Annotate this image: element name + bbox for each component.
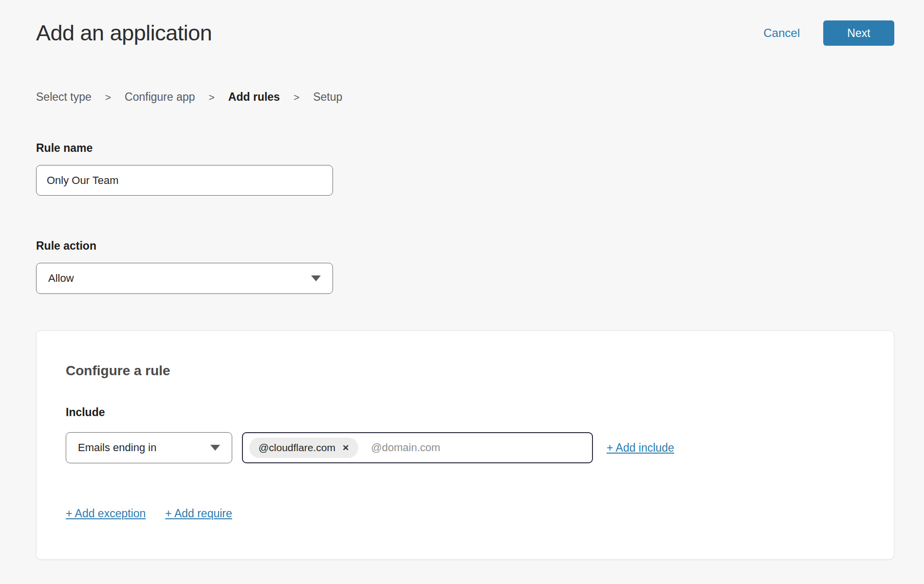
include-rule-row: Emails ending in @cloudflare.com ✕ + Add… bbox=[66, 432, 865, 463]
add-require-link[interactable]: + Add require bbox=[165, 507, 232, 520]
include-selector-select[interactable]: Emails ending in bbox=[66, 432, 232, 463]
breadcrumb-step-select-type[interactable]: Select type bbox=[36, 91, 92, 104]
card-title: Configure a rule bbox=[66, 363, 865, 379]
rule-action-selected-value: Allow bbox=[48, 272, 74, 285]
tag-chip-label: @cloudflare.com bbox=[259, 442, 335, 454]
domain-input[interactable] bbox=[371, 441, 586, 454]
breadcrumb-step-add-rules[interactable]: Add rules bbox=[228, 91, 280, 104]
breadcrumb-separator-icon: > bbox=[209, 91, 215, 103]
rule-name-field: Rule name bbox=[36, 142, 894, 196]
breadcrumb-separator-icon: > bbox=[105, 91, 111, 103]
next-button[interactable]: Next bbox=[823, 20, 894, 46]
breadcrumb-step-setup[interactable]: Setup bbox=[313, 91, 342, 104]
rule-name-label: Rule name bbox=[36, 142, 894, 155]
tag-chip: @cloudflare.com ✕ bbox=[249, 438, 358, 458]
chevron-down-icon bbox=[210, 445, 220, 451]
add-application-page: Add an application Cancel Next Select ty… bbox=[0, 0, 924, 560]
include-label: Include bbox=[66, 406, 865, 419]
rule-action-field: Rule action Allow bbox=[36, 239, 894, 294]
breadcrumb: Select type > Configure app > Add rules … bbox=[36, 91, 894, 104]
email-domains-tag-input[interactable]: @cloudflare.com ✕ bbox=[242, 432, 593, 463]
rule-action-select[interactable]: Allow bbox=[36, 263, 333, 294]
include-selector-value: Emails ending in bbox=[78, 441, 156, 454]
page-title: Add an application bbox=[36, 20, 212, 46]
chevron-down-icon bbox=[311, 275, 321, 281]
breadcrumb-step-configure-app[interactable]: Configure app bbox=[125, 91, 195, 104]
page-header: Add an application Cancel Next bbox=[36, 0, 894, 46]
rule-name-input[interactable] bbox=[36, 165, 333, 196]
tag-remove-icon[interactable]: ✕ bbox=[342, 444, 349, 452]
add-exception-link[interactable]: + Add exception bbox=[66, 507, 146, 520]
rule-action-label: Rule action bbox=[36, 239, 894, 253]
configure-rule-card: Configure a rule Include Emails ending i… bbox=[36, 330, 894, 560]
breadcrumb-separator-icon: > bbox=[294, 91, 299, 103]
cancel-button[interactable]: Cancel bbox=[763, 26, 800, 40]
header-actions: Cancel Next bbox=[763, 20, 894, 46]
rule-extra-links: + Add exception + Add require bbox=[66, 507, 865, 520]
add-include-link[interactable]: + Add include bbox=[607, 441, 674, 455]
